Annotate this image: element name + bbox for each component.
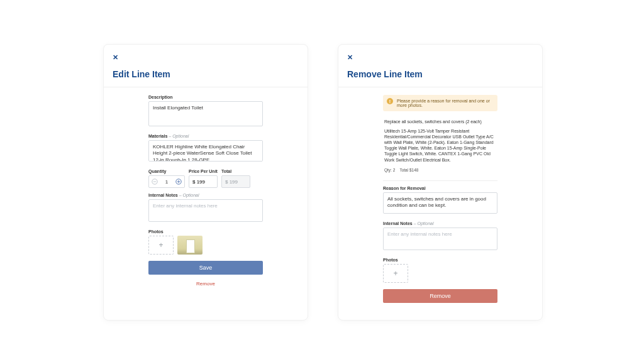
line-item-qty: Qty: 2 <box>384 168 395 172</box>
line-item-summary: Replace all sockets, switches and covers… <box>383 116 497 175</box>
modal-header: ✕ Remove Line Item <box>338 45 542 87</box>
internal-notes-optional: – Optional <box>179 193 199 197</box>
svg-rect-4 <box>178 180 179 183</box>
line-item-total: Total $148 <box>399 168 418 172</box>
svg-rect-1 <box>153 182 156 182</box>
quantity-label: Quantity <box>148 169 185 173</box>
remove-link[interactable]: Remove <box>148 281 263 287</box>
add-photo-button[interactable]: + <box>383 264 408 283</box>
materials-input[interactable] <box>148 140 263 162</box>
add-photo-button[interactable]: + <box>148 236 174 255</box>
warning-icon: ! <box>387 98 393 104</box>
warning-alert: ! Please provide a reason for removal an… <box>383 95 497 111</box>
internal-notes-input[interactable] <box>383 228 497 250</box>
price-per-unit-label: Price Per Unit <box>189 169 218 173</box>
materials-optional: – Optional <box>169 134 189 138</box>
price-per-unit-input[interactable]: $ 199 <box>189 175 218 188</box>
materials-label-text: Materials <box>148 134 167 138</box>
internal-notes-optional: – Optional <box>414 221 434 226</box>
photos-strip: + <box>148 236 263 255</box>
line-item-body: Utilitech 15-Amp 125-Volt Tamper Resista… <box>384 128 496 163</box>
photos-strip: + <box>383 264 497 283</box>
photos-label: Photos <box>148 229 263 234</box>
close-icon[interactable]: ✕ <box>347 53 353 62</box>
modal-body: Description Materials – Optional Quantit… <box>104 87 308 295</box>
quantity-stepper: 1 <box>148 175 185 188</box>
internal-notes-label: Internal Notes – Optional <box>383 221 497 226</box>
close-icon[interactable]: ✕ <box>113 53 118 62</box>
divider <box>383 180 497 181</box>
line-item-title: Replace all sockets, switches and covers… <box>384 119 496 124</box>
quantity-increment-button[interactable] <box>175 178 182 185</box>
description-input[interactable] <box>148 101 263 126</box>
modal-header: ✕ Edit Line Item <box>104 45 308 87</box>
materials-label: Materials – Optional <box>148 134 263 138</box>
photos-label: Photos <box>383 258 497 262</box>
quantity-decrement-button[interactable] <box>152 178 158 185</box>
edit-line-item-modal: ✕ Edit Line Item Description Materials –… <box>103 44 308 321</box>
modal-body: ! Please provide a reason for removal an… <box>338 87 542 312</box>
warning-text: Please provide a reason for removal and … <box>397 99 490 107</box>
internal-notes-label-text: Internal Notes <box>148 193 178 197</box>
modal-title: Edit Line Item <box>113 69 299 79</box>
photo-thumbnail[interactable] <box>177 236 203 255</box>
internal-notes-label: Internal Notes – Optional <box>148 193 263 197</box>
line-item-meta: Qty: 2 Total $148 <box>384 168 496 173</box>
description-label: Description <box>148 95 263 99</box>
remove-button[interactable]: Remove <box>383 289 497 303</box>
quantity-value: 1 <box>165 179 168 185</box>
reason-label: Reason for Removal <box>383 186 497 190</box>
modal-title: Remove Line Item <box>347 69 533 79</box>
internal-notes-input[interactable] <box>148 199 263 222</box>
save-button[interactable]: Save <box>148 261 263 275</box>
reason-input[interactable] <box>383 192 497 214</box>
total-value: $ 199 <box>221 175 250 188</box>
total-label: Total <box>221 169 250 173</box>
internal-notes-label-text: Internal Notes <box>383 221 413 226</box>
remove-line-item-modal: ✕ Remove Line Item ! Please provide a re… <box>338 44 543 321</box>
